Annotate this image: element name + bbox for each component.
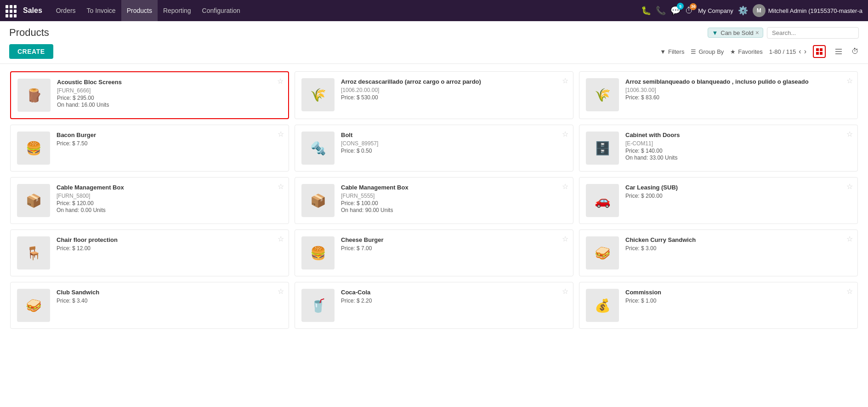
product-card[interactable]: 🔩Bolt[CONS_89957]Price: $ 0.50☆: [295, 125, 573, 172]
favorite-star-button[interactable]: ☆: [562, 130, 568, 138]
favorite-star-button[interactable]: ☆: [278, 287, 284, 296]
menu-item-configuration[interactable]: Configuration: [197, 0, 246, 21]
favorite-star-button[interactable]: ☆: [562, 235, 568, 243]
product-name: Cheese Burger: [341, 236, 567, 244]
favorite-star-button[interactable]: ☆: [846, 287, 853, 296]
search-input[interactable]: [767, 27, 859, 39]
product-onhand: On hand: 90.00 Units: [341, 207, 567, 213]
create-button[interactable]: CREATE: [9, 44, 53, 59]
product-price: Price: $ 120.00: [57, 200, 282, 206]
product-name: Cable Management Box: [341, 184, 567, 192]
phone-icon[interactable]: 📞: [656, 6, 666, 16]
menu-item-orders[interactable]: Orders: [51, 0, 81, 21]
product-name: Bolt: [341, 132, 567, 139]
kanban-view-button[interactable]: [813, 45, 826, 58]
groupby-button[interactable]: ☰ Group By: [691, 48, 724, 55]
svg-rect-1: [820, 48, 823, 51]
favorite-star-button[interactable]: ☆: [846, 130, 853, 138]
favorite-star-button[interactable]: ☆: [277, 77, 284, 86]
favorite-star-button[interactable]: ☆: [846, 182, 853, 191]
product-card[interactable]: 💰CommissionPrice: $ 1.00☆: [579, 282, 858, 329]
filter-tag-close[interactable]: ×: [755, 29, 759, 36]
product-info: Bacon BurgerPrice: $ 7.50: [57, 132, 282, 147]
product-price: Price: $ 7.00: [341, 245, 567, 252]
menu-item-to-invoice[interactable]: To Invoice: [81, 0, 121, 21]
list-view-button[interactable]: [832, 45, 845, 58]
favorite-star-button[interactable]: ☆: [562, 76, 568, 85]
pagination-text: 1-80 / 115: [769, 48, 796, 55]
menu-item-products[interactable]: Products: [121, 0, 158, 21]
favorite-star-button[interactable]: ☆: [846, 235, 853, 243]
product-card[interactable]: 🥤Coca-ColaPrice: $ 2.20☆: [295, 282, 573, 329]
product-image: 🔩: [301, 132, 335, 165]
search-area: ▼ Can be Sold ×: [708, 27, 859, 39]
products-grid: 🪵Acoustic Bloc Screens[FURN_6666]Price: …: [0, 64, 868, 336]
favorites-button[interactable]: ★ Favorites: [730, 48, 762, 55]
product-onhand: On hand: 0.00 Units: [57, 207, 282, 213]
apps-menu-icon[interactable]: [6, 5, 17, 16]
favorite-star-button[interactable]: ☆: [846, 76, 853, 85]
favorite-star-button[interactable]: ☆: [278, 182, 284, 191]
product-image: 💰: [586, 289, 619, 322]
product-image: 🍔: [301, 236, 335, 269]
product-image: 🍔: [17, 132, 50, 165]
product-info: Cable Management Box[FURN_5555]Price: $ …: [341, 184, 567, 213]
product-card[interactable]: 🚗Car Leasing (SUB)Price: $ 200.00☆: [579, 177, 858, 224]
filter-tag-can-be-sold[interactable]: ▼ Can be Sold ×: [708, 28, 763, 38]
product-card[interactable]: 🪵Acoustic Bloc Screens[FURN_6666]Price: …: [10, 71, 289, 119]
chat-icon[interactable]: 💬 5: [670, 6, 681, 16]
svg-rect-4: [835, 49, 842, 50]
product-info: Cable Management Box[FURN_5800]Price: $ …: [57, 184, 282, 213]
settings-dots-icon[interactable]: ⏱: [851, 47, 859, 56]
product-info: Bolt[CONS_89957]Price: $ 0.50: [341, 132, 567, 155]
product-info: Chicken Curry SandwichPrice: $ 3.00: [625, 236, 851, 252]
product-image: 🌾: [301, 78, 335, 111]
brand-label[interactable]: Sales: [20, 6, 45, 15]
user-menu[interactable]: M Mitchell Admin (19155370-master-a: [753, 4, 862, 17]
product-card[interactable]: 🗄️Cabinet with Doors[E-COM11]Price: $ 14…: [579, 125, 858, 172]
product-card[interactable]: 🌾Arroz semiblanqueado o blanqueado , inc…: [579, 71, 858, 119]
product-info: Chair floor protectionPrice: $ 12.00: [57, 236, 282, 252]
kanban-view-icon: [816, 48, 823, 55]
product-card[interactable]: 🍔Bacon BurgerPrice: $ 7.50☆: [10, 125, 289, 172]
product-card[interactable]: 📦Cable Management Box[FURN_5555]Price: $…: [295, 177, 573, 224]
filter-icon: ▼: [660, 48, 666, 55]
product-price: Price: $ 100.00: [341, 200, 567, 206]
product-image: 🚗: [586, 184, 619, 217]
product-info: Arroz descascarillado (arroz cargo o arr…: [341, 78, 567, 101]
svg-rect-5: [835, 51, 842, 52]
favorite-star-button[interactable]: ☆: [562, 287, 568, 296]
menu-item-reporting[interactable]: Reporting: [158, 0, 197, 21]
product-image: 🥪: [17, 289, 50, 322]
product-name: Commission: [625, 289, 851, 297]
product-card[interactable]: 🌾Arroz descascarillado (arroz cargo o ar…: [295, 71, 573, 119]
product-image: 🪵: [17, 79, 51, 112]
favorite-star-button[interactable]: ☆: [278, 235, 284, 243]
product-price: Price: $ 3.40: [57, 298, 282, 304]
filters-button[interactable]: ▼ Filters: [660, 48, 684, 55]
favorite-star-button[interactable]: ☆: [278, 130, 284, 138]
product-price: Price: $ 83.60: [625, 94, 851, 101]
favorites-label: Favorites: [738, 48, 762, 55]
bug-icon[interactable]: 🐛: [641, 6, 651, 16]
product-card[interactable]: 🪑Chair floor protectionPrice: $ 12.00☆: [10, 229, 289, 276]
favorite-star-button[interactable]: ☆: [562, 182, 568, 191]
product-image: 🥤: [301, 289, 335, 322]
product-card[interactable]: 🥪Club SandwichPrice: $ 3.40☆: [10, 282, 289, 329]
toolbar-right: ▼ Filters ☰ Group By ★ Favorites 1-80 / …: [660, 45, 859, 58]
main-menu: Orders To Invoice Products Reporting Con…: [51, 0, 246, 21]
next-page-button[interactable]: ›: [804, 47, 806, 56]
product-price: Price: $ 0.50: [341, 148, 567, 154]
settings-icon[interactable]: ⚙️: [738, 6, 748, 16]
product-card[interactable]: 📦Cable Management Box[FURN_5800]Price: $…: [10, 177, 289, 224]
svg-rect-6: [835, 53, 842, 54]
product-price: Price: $ 1.00: [625, 298, 851, 304]
company-name[interactable]: My Company: [698, 7, 733, 14]
topnav-right-section: 🐛 📞 💬 5 ⏱ 36 My Company ⚙️ M Mitchell Ad…: [641, 4, 862, 17]
groupby-icon: ☰: [691, 48, 696, 55]
product-card[interactable]: 🥪Chicken Curry SandwichPrice: $ 3.00☆: [579, 229, 858, 276]
clock-icon[interactable]: ⏱ 36: [685, 6, 693, 16]
product-info: Car Leasing (SUB)Price: $ 200.00: [625, 184, 851, 200]
product-card[interactable]: 🍔Cheese BurgerPrice: $ 7.00☆: [295, 229, 573, 276]
prev-page-button[interactable]: ‹: [799, 47, 801, 56]
